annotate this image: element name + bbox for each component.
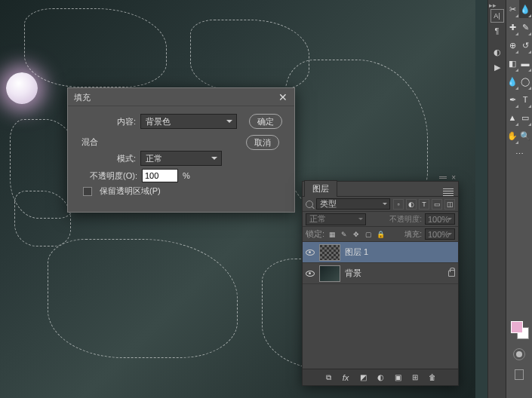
blend-section-label: 混合 (81, 136, 246, 148)
lock-all-icon[interactable]: 🔒 (376, 230, 385, 239)
preserve-checkbox[interactable] (83, 187, 92, 196)
filter-type-icon[interactable]: T (419, 199, 429, 210)
shape-tool-icon[interactable]: ▭ (519, 109, 532, 127)
toolbar: ✂💧 ✚✎ ⊕↺ ◧▬ 💧◯ ✒T ▲▭ ✋🔍 ⋯ (506, 0, 532, 398)
lock-icon (448, 270, 455, 277)
lock-label: 锁定: (306, 228, 324, 240)
lock-artboard-icon[interactable]: ▢ (364, 230, 373, 239)
filter-adjust-icon[interactable]: ◐ (406, 199, 417, 210)
fill-value[interactable]: 100% (425, 228, 455, 240)
layer-row[interactable]: 背景 (303, 263, 458, 284)
tab-layers[interactable]: 图层 (304, 180, 337, 197)
preserve-label: 保留透明区域(P) (100, 185, 161, 197)
expand-panels-icon[interactable]: ▸▸ (489, 2, 495, 9)
content-label: 内容: (106, 116, 136, 127)
search-icon (306, 201, 313, 208)
history-brush-icon[interactable]: ↺ (519, 36, 532, 54)
filter-kind-dropdown[interactable]: 类型 (316, 198, 390, 210)
blend-mode-dropdown[interactable]: 正常 (306, 213, 366, 225)
opacity-unit: % (183, 171, 190, 180)
layers-panel: 图层 类型 ▫ ◐ T ▭ ◫ 正常 不透明度: 100% 锁定: ▦ ✎ ✥ … (302, 181, 459, 386)
healing-tool-icon[interactable]: ✚ (506, 18, 519, 36)
crop-tool-icon[interactable]: ✂ (506, 0, 519, 18)
lock-pixels-icon[interactable]: ▦ (328, 230, 337, 239)
blur-tool-icon[interactable]: 💧 (506, 72, 519, 90)
content-dropdown[interactable]: 背景色 (140, 114, 237, 129)
layers-list: 图层 1 背景 (303, 242, 458, 284)
ok-button[interactable]: 确定 (249, 114, 282, 129)
panel-opacity-value[interactable]: 100% (425, 213, 455, 225)
lock-brush-icon[interactable]: ✎ (340, 230, 349, 239)
panel-drag-icon[interactable] (439, 176, 447, 179)
lock-position-icon[interactable]: ✥ (352, 230, 361, 239)
fx-icon[interactable]: fx (341, 372, 351, 382)
brush-tool-icon[interactable]: ✎ (519, 18, 532, 36)
circle-panel-icon[interactable]: ◐ (490, 45, 504, 59)
hand-tool-icon[interactable]: ✋ (506, 127, 519, 145)
dialog-titlebar[interactable]: 填充 ✕ (68, 88, 294, 106)
fill-dialog: 填充 ✕ 内容: 背景色 确定 混合 模式: 正常 不透明度(O): % (67, 87, 295, 213)
more-tools-icon[interactable]: ⋯ (506, 145, 533, 163)
fill-label: 填充: (404, 229, 422, 240)
gradient-tool-icon[interactable]: ▬ (519, 54, 532, 72)
opacity-label: 不透明度(O): (75, 170, 137, 182)
dodge-tool-icon[interactable]: ◯ (519, 72, 532, 90)
path-select-icon[interactable]: ▲ (506, 109, 519, 127)
filter-pixel-icon[interactable]: ▫ (393, 199, 404, 210)
panel-close-icon[interactable]: × (451, 173, 456, 182)
character-panel-icon[interactable]: A| (490, 9, 504, 23)
dialog-title-text: 填充 (74, 88, 91, 106)
layer-name[interactable]: 背景 (345, 268, 444, 279)
filter-shape-icon[interactable]: ▭ (432, 199, 442, 210)
mode-dropdown[interactable]: 正常 (140, 151, 222, 166)
type-tool-icon[interactable]: T (519, 90, 532, 109)
quickmask-icon[interactable] (513, 348, 525, 360)
link-layers-icon[interactable]: ⧉ (324, 372, 334, 382)
light-orb (6, 72, 38, 104)
stamp-tool-icon[interactable]: ⊕ (506, 36, 519, 54)
adjustment-icon[interactable]: ◐ (376, 372, 386, 382)
pen-tool-icon[interactable]: ✒ (506, 90, 519, 109)
eyedropper-tool-icon[interactable]: 💧 (519, 0, 532, 18)
panel-opacity-label: 不透明度: (389, 214, 422, 225)
zoom-tool-icon[interactable]: 🔍 (519, 127, 532, 145)
paragraph-panel-icon[interactable]: ¶ (490, 24, 504, 38)
foreground-color[interactable] (511, 321, 523, 333)
visibility-icon[interactable] (306, 250, 315, 256)
eraser-tool-icon[interactable]: ◧ (506, 54, 519, 72)
visibility-icon[interactable] (306, 271, 315, 277)
opacity-input[interactable] (142, 169, 178, 182)
layer-thumbnail[interactable] (319, 265, 340, 282)
panel-menu-icon[interactable] (443, 188, 454, 196)
close-icon[interactable]: ✕ (278, 92, 288, 103)
layer-name[interactable]: 图层 1 (345, 246, 455, 258)
new-layer-icon[interactable]: ⊞ (411, 372, 420, 382)
screen-mode-icon[interactable] (515, 369, 524, 380)
mode-label: 模式: (106, 153, 136, 164)
color-swatches[interactable] (509, 320, 529, 339)
triangle-panel-icon[interactable]: ▶ (490, 60, 504, 74)
layer-thumbnail[interactable] (319, 244, 340, 261)
collapsed-panels: ▸▸ A| ¶ ◐ ▶ (487, 0, 506, 398)
cancel-button[interactable]: 取消 (246, 135, 279, 150)
group-icon[interactable]: ▣ (393, 372, 403, 382)
mask-icon[interactable]: ◩ (358, 372, 368, 382)
trash-icon[interactable]: 🗑 (428, 372, 438, 382)
filter-smart-icon[interactable]: ◫ (444, 199, 455, 210)
layer-row[interactable]: 图层 1 (303, 242, 458, 263)
